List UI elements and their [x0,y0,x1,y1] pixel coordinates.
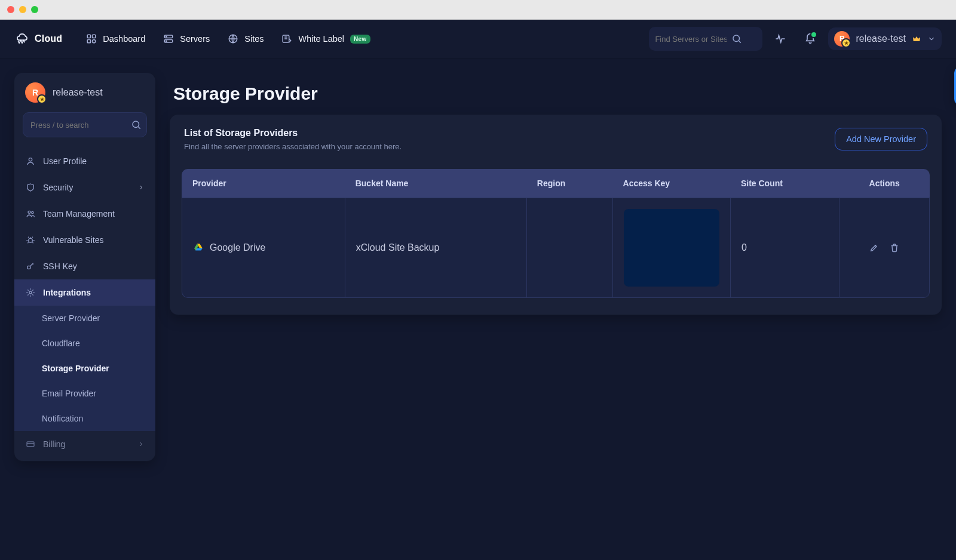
logo-icon [14,31,30,47]
site-count: 0 [730,198,839,298]
sidebar-item-vulnerable-sites[interactable]: Vulnerable Sites [14,227,155,253]
sidebar: R ★ release-test User Profile Securi [14,73,155,461]
sidebar-avatar-badge: ★ [37,94,47,104]
chevron-down-icon [927,35,936,43]
avatar-badge: ★ [841,38,851,48]
nav-dashboard-label: Dashboard [103,34,145,44]
topbar: Cloud Dashboard Servers Sites White Labe… [0,20,956,59]
brand-name: Cloud [35,33,62,44]
col-site-count: Site Count [730,169,839,198]
sidebar-item-label: Team Management [43,209,115,219]
trash-icon [890,243,899,253]
card-header: List of Storage Providers Find all the s… [170,115,942,162]
shield-icon [25,182,36,193]
pencil-icon [869,243,879,253]
svg-point-6 [166,36,167,38]
sidebar-item-billing[interactable]: Billing [14,431,155,457]
sidebar-item-user-profile[interactable]: User Profile [14,148,155,174]
sidebar-item-server-provider[interactable]: Server Provider [14,306,155,331]
sidebar-item-label: Server Provider [42,313,100,323]
sidebar-item-email-provider[interactable]: Email Provider [14,381,155,406]
nav-links: Dashboard Servers Sites White Label New [79,27,377,50]
bell-icon [804,33,816,45]
card-body: Provider Bucket Name Region Access Key S… [170,162,942,315]
sidebar-avatar: R ★ [25,82,45,103]
svg-point-7 [166,41,167,42]
svg-point-11 [133,121,139,128]
key-icon [25,261,36,272]
nav-white-label[interactable]: White Label New [274,27,377,50]
main: Storage Provider List of Storage Provide… [170,73,942,461]
providers-table: Provider Bucket Name Region Access Key S… [182,169,930,298]
sidebar-menu: User Profile Security Team Management Vu… [14,144,155,461]
chevron-right-icon [137,184,145,191]
sidebar-item-security[interactable]: Security [14,174,155,201]
sidebar-item-label: Storage Provider [42,364,109,373]
add-provider-label: Add New Provider [846,134,916,144]
svg-point-14 [32,211,33,213]
white-label-icon [281,33,292,44]
sidebar-item-cloudflare[interactable]: Cloudflare [14,331,155,356]
sidebar-item-storage-provider[interactable]: Storage Provider [14,356,155,381]
avatar: R ★ [834,31,850,47]
sidebar-search-input[interactable] [30,121,131,130]
gear-icon [25,287,36,298]
sidebar-user[interactable]: R ★ release-test [14,73,155,112]
global-search[interactable] [649,27,762,51]
sidebar-item-label: Integrations [43,288,91,297]
svg-rect-2 [88,40,91,43]
add-provider-button[interactable]: Add New Provider [835,128,927,150]
edit-button[interactable] [869,243,879,253]
svg-point-10 [733,35,740,42]
nav-sites[interactable]: Sites [220,27,271,50]
col-provider: Provider [182,169,345,198]
delete-button[interactable] [890,243,899,253]
nav-sites-label: Sites [244,34,263,44]
sidebar-item-integrations[interactable]: Integrations [14,279,155,306]
mac-dot-minimize[interactable] [19,6,26,13]
sidebar-search[interactable] [23,112,147,137]
list-subtitle: Find all the server providers associated… [184,142,402,151]
brand[interactable]: Cloud [14,31,62,47]
card-icon [25,439,36,450]
activity-button[interactable] [768,27,792,51]
global-search-input[interactable] [655,35,727,44]
sites-icon [228,33,238,44]
mac-dot-zoom[interactable] [31,6,38,13]
table-row: Google Drive xCloud Site Backup 0 [182,198,930,298]
window-chrome [0,0,956,20]
google-drive-icon [193,242,204,253]
svg-point-16 [27,266,30,269]
dashboard-icon [86,33,97,44]
sidebar-item-notification[interactable]: Notification [14,406,155,431]
svg-rect-18 [27,442,34,447]
sidebar-item-label: Security [43,183,73,192]
svg-rect-1 [93,35,96,38]
sidebar-item-label: User Profile [43,156,87,166]
chevron-right-icon [137,441,145,448]
nav-servers[interactable]: Servers [156,27,217,50]
svg-point-15 [29,238,33,242]
sidebar-item-team-management[interactable]: Team Management [14,201,155,227]
sidebar-item-label: Email Provider [42,389,96,398]
sidebar-item-ssh-key[interactable]: SSH Key [14,253,155,279]
mac-dot-close[interactable] [7,6,14,13]
provider-cell: Google Drive [193,242,334,253]
sidebar-group-integrations: Integrations Server Provider Cloudflare … [14,279,155,431]
svg-point-3 [93,40,96,43]
nav-dashboard[interactable]: Dashboard [79,27,152,50]
servers-icon [163,33,174,44]
col-region: Region [526,169,612,198]
new-badge: New [350,35,370,44]
row-actions [850,243,918,253]
sidebar-item-label: Notification [42,414,83,423]
user-menu[interactable]: R ★ release-test [828,27,942,50]
bucket-name: xCloud Site Backup [345,198,526,298]
notifications-button[interactable] [798,27,822,51]
svg-point-17 [29,291,32,294]
providers-card: List of Storage Providers Find all the s… [170,115,942,315]
col-bucket: Bucket Name [345,169,526,198]
access-key-mask [624,209,719,287]
activity-icon [774,33,786,45]
crown-icon [912,34,921,44]
